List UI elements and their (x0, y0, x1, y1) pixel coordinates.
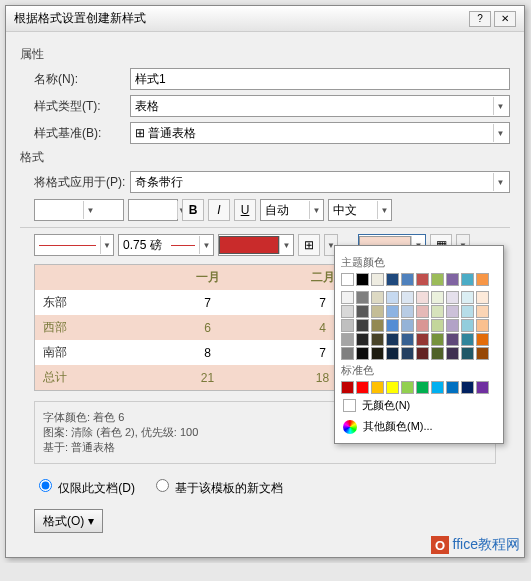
color-swatch[interactable] (446, 333, 459, 346)
color-swatch[interactable] (356, 291, 369, 304)
color-swatch[interactable] (431, 381, 444, 394)
color-swatch[interactable] (416, 347, 429, 360)
color-swatch[interactable] (371, 273, 384, 286)
color-swatch[interactable] (431, 291, 444, 304)
line-weight-select[interactable]: 0.75 磅 ▼ (118, 234, 214, 256)
more-colors-item[interactable]: 其他颜色(M)... (341, 416, 497, 437)
help-button[interactable]: ? (469, 11, 491, 27)
color-swatch[interactable] (476, 333, 489, 346)
color-swatch[interactable] (371, 333, 384, 346)
color-swatch[interactable] (431, 305, 444, 318)
apply-to-select[interactable]: 奇条带行▼ (130, 171, 510, 193)
color-swatch[interactable] (341, 305, 354, 318)
color-swatch[interactable] (461, 333, 474, 346)
color-swatch[interactable] (431, 347, 444, 360)
color-swatch[interactable] (356, 305, 369, 318)
color-swatch[interactable] (356, 347, 369, 360)
color-swatch[interactable] (386, 347, 399, 360)
border-preset-button[interactable]: ⊞ (298, 234, 320, 256)
chevron-down-icon: ▼ (493, 173, 507, 191)
color-swatch[interactable] (386, 333, 399, 346)
color-swatch[interactable] (461, 347, 474, 360)
line-color-select[interactable]: ▼ (218, 234, 294, 256)
color-swatch[interactable] (446, 273, 459, 286)
color-swatch[interactable] (416, 305, 429, 318)
color-swatch[interactable] (476, 347, 489, 360)
color-swatch[interactable] (401, 333, 414, 346)
color-swatch[interactable] (431, 273, 444, 286)
color-swatch[interactable] (356, 273, 369, 286)
color-swatch[interactable] (371, 319, 384, 332)
color-swatch[interactable] (401, 305, 414, 318)
bold-button[interactable]: B (182, 199, 204, 221)
color-swatch[interactable] (371, 305, 384, 318)
color-swatch[interactable] (356, 319, 369, 332)
apply-to-label: 将格式应用于(P): (20, 174, 130, 191)
color-swatch[interactable] (461, 291, 474, 304)
radio-template[interactable]: 基于该模板的新文档 (151, 476, 283, 497)
color-swatch[interactable] (401, 381, 414, 394)
no-color-item[interactable]: 无颜色(N) (341, 395, 497, 416)
color-swatch[interactable] (386, 381, 399, 394)
style-type-select[interactable]: 表格▼ (130, 95, 510, 117)
color-swatch[interactable] (416, 381, 429, 394)
color-swatch[interactable] (356, 381, 369, 394)
color-swatch[interactable] (476, 291, 489, 304)
script-select[interactable]: 中文▼ (328, 199, 392, 221)
color-swatch[interactable] (476, 305, 489, 318)
style-base-select[interactable]: ⊞ 普通表格▼ (130, 122, 510, 144)
color-swatch[interactable] (476, 273, 489, 286)
color-swatch[interactable] (371, 347, 384, 360)
color-swatch[interactable] (371, 381, 384, 394)
color-swatch[interactable] (356, 333, 369, 346)
line-style-select[interactable]: ▼ (34, 234, 114, 256)
color-swatch[interactable] (446, 305, 459, 318)
color-swatch[interactable] (401, 347, 414, 360)
color-swatch[interactable] (386, 291, 399, 304)
table-header: 一月 (150, 265, 265, 290)
underline-button[interactable]: U (234, 199, 256, 221)
dialog-title: 根据格式设置创建新样式 (14, 10, 146, 27)
color-swatch[interactable] (386, 273, 399, 286)
color-swatch[interactable] (446, 347, 459, 360)
color-swatch[interactable] (371, 291, 384, 304)
color-swatch[interactable] (341, 319, 354, 332)
color-swatch[interactable] (341, 273, 354, 286)
color-swatch[interactable] (431, 333, 444, 346)
color-swatch[interactable] (341, 347, 354, 360)
color-swatch[interactable] (461, 273, 474, 286)
color-swatch[interactable] (416, 291, 429, 304)
italic-button[interactable]: I (208, 199, 230, 221)
color-swatch[interactable] (461, 319, 474, 332)
font-family-select[interactable]: ▼ (34, 199, 124, 221)
theme-colors-label: 主题颜色 (341, 255, 497, 270)
color-swatch[interactable] (446, 291, 459, 304)
format-menu-button[interactable]: 格式(O) ▾ (34, 509, 103, 533)
standard-colors-label: 标准色 (341, 363, 497, 378)
close-button[interactable]: ✕ (494, 11, 516, 27)
color-swatch[interactable] (416, 319, 429, 332)
color-swatch[interactable] (341, 333, 354, 346)
font-color-select[interactable]: 自动▼ (260, 199, 324, 221)
color-swatch[interactable] (476, 381, 489, 394)
color-swatch[interactable] (401, 319, 414, 332)
color-swatch[interactable] (386, 305, 399, 318)
radio-this-doc[interactable]: 仅限此文档(D) (34, 476, 135, 497)
color-swatch[interactable] (446, 381, 459, 394)
color-swatch[interactable] (386, 319, 399, 332)
color-swatch[interactable] (401, 291, 414, 304)
color-swatch[interactable] (341, 291, 354, 304)
color-swatch[interactable] (446, 319, 459, 332)
color-swatch[interactable] (461, 305, 474, 318)
color-swatch[interactable] (431, 319, 444, 332)
color-swatch[interactable] (461, 381, 474, 394)
type-label: 样式类型(T): (20, 98, 130, 115)
name-input[interactable] (130, 68, 510, 90)
color-swatch[interactable] (416, 273, 429, 286)
color-swatch[interactable] (476, 319, 489, 332)
color-swatch[interactable] (416, 333, 429, 346)
color-swatch[interactable] (341, 381, 354, 394)
color-swatch[interactable] (401, 273, 414, 286)
font-size-select[interactable]: ▼ (128, 199, 178, 221)
chevron-down-icon: ▼ (493, 124, 507, 142)
